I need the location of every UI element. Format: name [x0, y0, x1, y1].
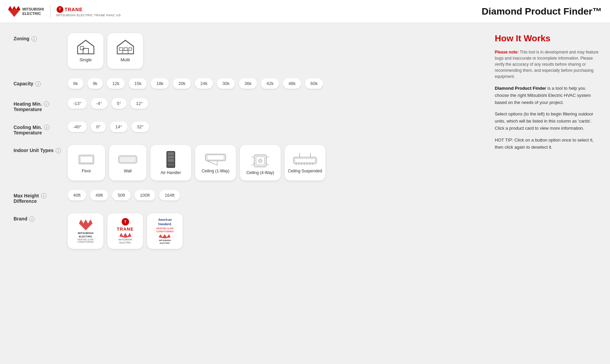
capacity-20k[interactable]: 20k	[173, 78, 191, 89]
capacity-60k[interactable]: 60k	[305, 78, 323, 89]
capacity-42k[interactable]: 42k	[261, 78, 279, 89]
page-title: Diamond Product Finder™	[482, 6, 602, 17]
brand-options: MITSUBISHIELECTRIC HEATING & AIR CONDITI…	[68, 213, 183, 249]
trane-logo: T TRANE MITSUBISHI ELECTRIC TRANE HVAC U…	[57, 6, 121, 17]
ceiling-suspended-unit-icon	[293, 152, 317, 167]
zoning-multi-label: Multi	[121, 57, 130, 62]
heating-min-temp-label-text2: Temperature	[14, 107, 42, 112]
svg-rect-21	[168, 152, 174, 155]
cooling-temp-14[interactable]: 14°	[110, 122, 127, 132]
capacity-12k[interactable]: 12k	[107, 78, 125, 89]
svg-marker-48	[119, 233, 131, 238]
header-logo: MITSUBISHI ELECTRIC T TRANE MITSUBISHI E…	[8, 5, 121, 18]
zoning-info-icon[interactable]: i	[32, 36, 37, 42]
heating-temp-5[interactable]: 5°	[111, 98, 126, 109]
unit-type-air-handler-button[interactable]: Air Handler	[150, 145, 191, 180]
svg-rect-11	[123, 50, 128, 54]
capacity-18k[interactable]: 18k	[151, 78, 169, 89]
svg-line-27	[207, 161, 217, 165]
cooling-min-temp-label: Cooling Min. i Temperature	[14, 122, 68, 135]
cooling-temp-32[interactable]: 32°	[131, 122, 149, 132]
mitsubishi-name: MITSUBISHI	[22, 7, 44, 11]
brand-trane-button[interactable]: T TRANE MITSUBISHIELECTRIC	[107, 213, 143, 249]
zoning-multi-button[interactable]: Multi	[107, 33, 143, 69]
mitsubishi-name2: ELECTRIC	[22, 12, 44, 16]
heating-temp-12[interactable]: 12°	[130, 98, 148, 109]
capacity-15k[interactable]: 15k	[129, 78, 147, 89]
diamond-product-finder-bold: Diamond Product Finder	[495, 86, 546, 91]
max-height-50ft[interactable]: 50ft	[112, 190, 130, 200]
capacity-36k[interactable]: 36k	[239, 78, 257, 89]
how-it-works-body2: Select options (to the left) to begin fi…	[495, 111, 600, 132]
unit-type-floor-button[interactable]: Floor	[68, 145, 105, 180]
svg-marker-3	[16, 6, 20, 10]
unit-type-wall-button[interactable]: Wall	[109, 145, 146, 180]
brand-label-text: Brand	[14, 216, 27, 221]
heating-temp-neg4[interactable]: -4°	[91, 98, 107, 109]
cooling-min-temp-section: Cooling Min. i Temperature -40° 0° 14° 3…	[14, 122, 471, 135]
svg-marker-4	[78, 40, 94, 54]
brand-mitsubishi-button[interactable]: MITSUBISHIELECTRIC HEATING & AIR CONDITI…	[68, 213, 103, 249]
max-height-164ft[interactable]: 164ft	[159, 190, 180, 200]
brand-american-standard-button[interactable]: American Standard. HEATING & AIRCONDITIO…	[147, 213, 183, 249]
max-height-info-icon[interactable]: i	[41, 193, 46, 198]
svg-rect-23	[168, 159, 174, 162]
indoor-unit-types-section: Indoor Unit Types i Floor	[14, 145, 471, 180]
svg-rect-24	[168, 164, 174, 166]
brand-section: Brand i MITSUBISHIELECTRIC HEATING & AIR…	[14, 213, 471, 249]
capacity-info-icon[interactable]: i	[35, 81, 41, 87]
american-standard-brand-logo: American Standard. HEATING & AIRCONDITIO…	[156, 217, 174, 245]
left-panel: Zoning i Single	[0, 23, 485, 364]
trane-brand-logo: T TRANE MITSUBISHIELECTRIC	[117, 218, 134, 244]
cooling-min-temp-options: -40° 0° 14° 32°	[68, 122, 149, 132]
unit-type-ceiling-4way-button[interactable]: Ceiling (4-Way)	[240, 145, 281, 180]
cooling-temp-0[interactable]: 0°	[91, 122, 106, 132]
right-panel: How It Works Please note: This tool is i…	[485, 23, 610, 364]
air-handler-unit-label: Air Handler	[161, 170, 181, 175]
capacity-24k[interactable]: 24k	[195, 78, 213, 89]
max-height-options: 40ft 49ft 50ft 100ft 164ft	[68, 190, 180, 200]
svg-rect-37	[295, 158, 315, 163]
floor-unit-icon	[76, 152, 97, 167]
max-height-49ft[interactable]: 49ft	[90, 190, 108, 200]
ceiling-1way-unit-icon	[204, 152, 227, 167]
capacity-48k[interactable]: 48k	[283, 78, 301, 89]
cooling-min-temp-info-icon[interactable]: i	[44, 125, 49, 130]
mitsubishi-brand-logo: MITSUBISHIELECTRIC HEATING & AIR CONDITI…	[70, 219, 101, 243]
max-height-section: Max Height i Difference 40ft 49ft 50ft 1…	[14, 190, 471, 204]
zoning-section: Zoning i Single	[14, 33, 471, 69]
multi-zone-icon	[117, 40, 134, 55]
unit-type-ceiling-suspended-button[interactable]: Ceiling Suspended	[285, 145, 325, 180]
max-height-100ft[interactable]: 100ft	[135, 190, 155, 200]
svg-marker-47	[79, 219, 93, 230]
capacity-30k[interactable]: 30k	[217, 78, 235, 89]
heating-temp-neg13[interactable]: -13°	[68, 98, 87, 109]
capacity-section: Capacity i 6k 9k 12k 15k 18k 20k 24k 30k…	[14, 78, 471, 89]
mitsubishi-logo: MITSUBISHI ELECTRIC	[8, 6, 44, 17]
trane-circle-icon: T	[57, 6, 63, 13]
heating-min-temp-section: Heating Min. i Temperature -13° -4° 5° 1…	[14, 98, 471, 112]
svg-rect-13	[80, 156, 93, 163]
app-header: MITSUBISHI ELECTRIC T TRANE MITSUBISHI E…	[0, 0, 610, 23]
max-height-40ft[interactable]: 40ft	[68, 190, 86, 200]
main-layout: Zoning i Single	[0, 23, 610, 364]
svg-rect-22	[168, 156, 174, 158]
floor-unit-label: Floor	[82, 169, 91, 173]
capacity-9k[interactable]: 9k	[87, 78, 103, 89]
svg-rect-9	[124, 48, 127, 50]
trane-name: TRANE	[65, 7, 83, 12]
svg-marker-2	[8, 6, 12, 10]
heating-min-temp-label-text: Heating Min.	[14, 101, 42, 107]
cooling-temp-neg40[interactable]: -40°	[68, 122, 87, 132]
indoor-unit-types-info-icon[interactable]: i	[56, 148, 61, 153]
unit-type-ceiling-1way-button[interactable]: Ceiling (1-Way)	[195, 145, 236, 180]
brand-info-icon[interactable]: i	[29, 216, 35, 222]
max-height-label: Max Height i Difference	[14, 190, 68, 204]
ceiling-suspended-unit-label: Ceiling Suspended	[288, 169, 322, 173]
svg-marker-7	[117, 40, 134, 54]
capacity-6k[interactable]: 6k	[68, 78, 83, 89]
heating-min-temp-info-icon[interactable]: i	[44, 101, 49, 107]
how-it-works-body3: HOT TIP: Click on a button option once t…	[495, 137, 600, 151]
zoning-label-text: Zoning	[14, 36, 29, 41]
zoning-single-button[interactable]: Single	[68, 33, 103, 69]
